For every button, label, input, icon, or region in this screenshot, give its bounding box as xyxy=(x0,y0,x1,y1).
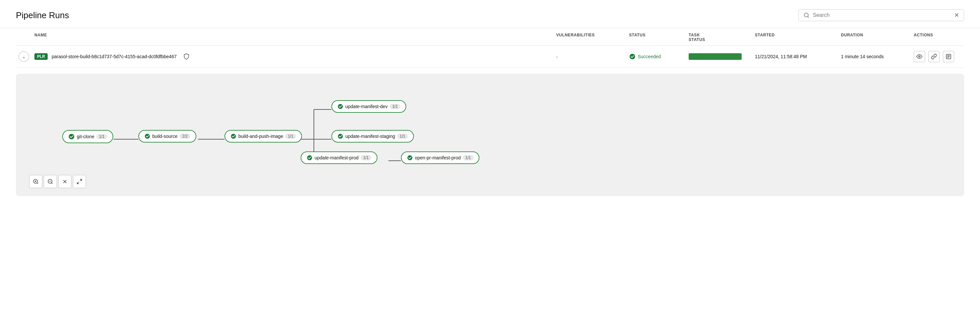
eye-icon xyxy=(916,54,923,60)
zoom-out-icon xyxy=(47,179,53,185)
node-build-source: build-source 2/2 xyxy=(138,130,196,142)
svg-point-18 xyxy=(145,134,150,139)
svg-point-19 xyxy=(231,134,236,139)
col-header-actions: ACTIONS xyxy=(911,33,964,42)
svg-line-33 xyxy=(80,179,82,181)
status-cell: Succeeded xyxy=(627,53,686,60)
node-manifest-staging-label: update-manifest-staging xyxy=(345,134,395,139)
svg-point-17 xyxy=(69,134,75,139)
status-check-icon xyxy=(629,53,636,60)
graph-canvas: git-clone 1/1 build-source 2/2 build-and… xyxy=(36,90,944,183)
node-update-manifest-dev: update-manifest-dev 1/1 xyxy=(331,100,406,113)
svg-line-25 xyxy=(37,182,38,184)
link-icon xyxy=(931,54,937,60)
node-manifest-dev-badge: 1/1 xyxy=(390,104,401,109)
svg-point-20 xyxy=(338,104,343,109)
node-manifest-staging-badge: 1/1 xyxy=(397,134,408,139)
progress-bar-inner xyxy=(689,53,741,60)
col-header-duration: DURATION xyxy=(838,33,911,42)
node-open-pr-check xyxy=(407,155,413,161)
node-open-pr-badge: 1/1 xyxy=(463,155,474,160)
node-update-manifest-prod: update-manifest-prod 1/1 xyxy=(301,152,377,164)
node-build-push-label: build-and-push-image xyxy=(239,134,283,139)
node-manifest-dev-check xyxy=(337,103,343,109)
duration-cell: 1 minute 14 seconds xyxy=(838,54,911,59)
node-build-push-badge: 1/1 xyxy=(285,134,296,139)
search-container: ✕ xyxy=(799,9,964,21)
col-header-started: STARTED xyxy=(752,33,838,42)
svg-point-22 xyxy=(307,155,312,160)
search-clear-button[interactable]: ✕ xyxy=(954,12,959,18)
fullscreen-icon xyxy=(76,179,83,185)
task-status-cell xyxy=(686,53,752,60)
action-view-button[interactable] xyxy=(914,51,925,62)
name-cell: PLR parasol-store-build-b8c1d737-5d7c-41… xyxy=(32,53,554,60)
node-manifest-prod-label: update-manifest-prod xyxy=(315,155,359,160)
started-cell: 11/21/2024, 11:58:48 PM xyxy=(752,54,838,59)
node-update-manifest-staging: update-manifest-staging 1/1 xyxy=(331,130,414,142)
node-git-clone-badge: 1/1 xyxy=(96,134,107,139)
svg-line-29 xyxy=(51,182,52,184)
node-check-icon xyxy=(68,133,75,140)
node-manifest-staging-check xyxy=(337,133,343,139)
col-header-status: STATUS xyxy=(627,33,686,42)
col-header-name: NAME xyxy=(32,33,554,42)
node-build-source-label: build-source xyxy=(152,134,177,139)
node-open-pr-manifest-prod: open-pr-manifest-prod 1/1 xyxy=(401,152,479,164)
zoom-controls xyxy=(29,175,86,188)
zoom-in-icon xyxy=(33,179,39,185)
node-manifest-prod-badge: 1/1 xyxy=(361,155,371,160)
actions-cell xyxy=(911,51,964,62)
fullscreen-button[interactable] xyxy=(73,175,86,188)
col-header-expand xyxy=(16,33,32,42)
log-icon xyxy=(945,54,951,60)
node-manifest-dev-label: update-manifest-dev xyxy=(345,104,388,109)
shield-icon xyxy=(183,53,190,60)
status-label: Succeeded xyxy=(638,54,661,59)
svg-line-1 xyxy=(808,16,808,17)
progress-bar-outer xyxy=(689,53,741,60)
table-header: NAME VULNERABILITIES STATUS TASKSTATUS S… xyxy=(16,28,964,46)
node-open-pr-label: open-pr-manifest-prod xyxy=(415,155,461,160)
action-log-button[interactable] xyxy=(943,51,954,62)
reset-zoom-button[interactable] xyxy=(58,175,72,188)
expand-cell: ⌄ xyxy=(16,51,32,62)
plr-badge: PLR xyxy=(35,53,48,60)
zoom-in-button[interactable] xyxy=(29,175,42,188)
svg-point-2 xyxy=(630,54,635,60)
col-header-task-status: TASKSTATUS xyxy=(686,33,752,42)
node-build-source-check xyxy=(144,133,150,139)
svg-point-21 xyxy=(338,134,343,139)
expand-button[interactable]: ⌄ xyxy=(19,51,29,62)
pipeline-graph-area: git-clone 1/1 build-source 2/2 build-and… xyxy=(16,74,964,196)
run-name: parasol-store-build-b8c1d737-5d7c-4155-a… xyxy=(52,54,177,59)
node-git-clone-label: git-clone xyxy=(77,134,94,139)
node-git-clone: git-clone 1/1 xyxy=(62,130,113,143)
node-build-and-push-image: build-and-push-image 1/1 xyxy=(224,130,302,142)
table-wrapper: NAME VULNERABILITIES STATUS TASKSTATUS S… xyxy=(0,28,980,68)
svg-point-23 xyxy=(407,155,412,160)
search-input[interactable] xyxy=(813,12,951,18)
node-build-push-check xyxy=(231,133,236,139)
svg-point-3 xyxy=(919,56,920,57)
col-header-vulnerabilities: VULNERABILITIES xyxy=(554,33,627,42)
reset-icon xyxy=(62,179,68,185)
node-manifest-prod-check xyxy=(307,155,313,161)
vulnerabilities-cell: - xyxy=(554,54,627,60)
action-link-button[interactable] xyxy=(928,51,940,62)
header: Pipeline Runs ✕ xyxy=(0,0,980,28)
search-icon xyxy=(803,12,810,18)
table-row: ⌄ PLR parasol-store-build-b8c1d737-5d7c-… xyxy=(16,46,964,68)
svg-point-0 xyxy=(804,13,808,17)
page-wrapper: Pipeline Runs ✕ NAME VULNERABILITIES STA… xyxy=(0,0,980,334)
svg-line-34 xyxy=(77,182,79,184)
page-title: Pipeline Runs xyxy=(16,10,69,21)
zoom-out-button[interactable] xyxy=(44,175,57,188)
node-build-source-badge: 2/2 xyxy=(180,134,190,139)
